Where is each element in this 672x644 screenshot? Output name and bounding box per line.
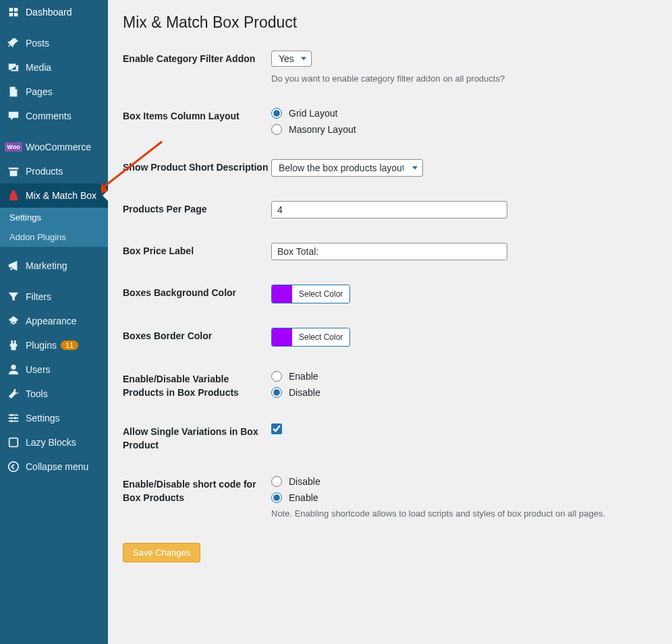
settings-icon xyxy=(7,411,20,425)
border-color-picker[interactable]: Select Color xyxy=(271,328,350,347)
border-color-btn-label: Select Color xyxy=(292,328,349,346)
shortcode-disable-radio[interactable] xyxy=(271,476,282,487)
appearance-icon xyxy=(7,314,20,328)
sidebar-item-settings[interactable]: Settings xyxy=(0,406,108,430)
tools-icon xyxy=(7,387,20,401)
variable-enable-label: Enable xyxy=(289,371,318,382)
sidebar-item-label: Mix & Match Box xyxy=(26,190,96,201)
main-content: Mix & Match Box Product Enable Category … xyxy=(108,0,672,644)
price-label-input[interactable] xyxy=(271,243,507,260)
svg-rect-3 xyxy=(9,421,18,422)
plugin-icon xyxy=(7,339,20,352)
save-button[interactable]: Save Changes xyxy=(123,543,200,562)
bg-color-swatch xyxy=(272,285,292,303)
variable-disable-label: Disable xyxy=(289,387,320,398)
sidebar-sub-settings[interactable]: Settings xyxy=(0,208,108,227)
products-icon xyxy=(7,165,20,178)
shortcode-disable-label: Disable xyxy=(289,476,320,487)
sidebar-item-plugins[interactable]: Plugins 11 xyxy=(0,333,108,357)
filter-icon xyxy=(7,290,20,303)
label-bg-color: Boxes Background Color xyxy=(123,285,271,300)
variable-disable-radio[interactable] xyxy=(271,387,282,398)
svg-point-5 xyxy=(14,417,17,419)
sidebar-item-collapse[interactable]: Collapse menu xyxy=(0,455,108,479)
page-icon xyxy=(7,85,20,98)
layout-grid-radio[interactable] xyxy=(271,108,282,119)
svg-point-4 xyxy=(11,414,13,417)
label-border-color: Boxes Border Color xyxy=(123,328,271,343)
sidebar-item-media[interactable]: Media xyxy=(0,55,108,80)
lazy-icon xyxy=(7,436,20,449)
comment-icon xyxy=(7,109,20,123)
sidebar-item-tools[interactable]: Tools xyxy=(0,382,108,406)
sidebar-item-label: Appearance xyxy=(26,316,77,326)
svg-point-0 xyxy=(11,365,16,370)
sidebar-item-products[interactable]: Products xyxy=(0,159,108,183)
media-icon xyxy=(7,61,20,74)
sidebar-item-woocommerce[interactable]: Woo WooCommerce xyxy=(0,135,108,159)
sidebar-item-label: Products xyxy=(26,166,63,177)
bg-color-btn-label: Select Color xyxy=(292,285,349,303)
layout-masonry-radio[interactable] xyxy=(271,124,282,135)
sidebar-item-label: WooCommerce xyxy=(26,142,91,152)
svg-point-8 xyxy=(9,462,18,471)
sidebar-item-label: Marketing xyxy=(26,260,67,271)
bag-icon xyxy=(7,189,20,202)
page-title: Mix & Match Box Product xyxy=(123,13,657,32)
sidebar-item-filters[interactable]: Filters xyxy=(0,285,108,309)
sidebar-item-posts[interactable]: Posts xyxy=(0,31,108,55)
collapse-icon xyxy=(7,460,20,473)
label-variable: Enable/Disable Variable Products in Box … xyxy=(123,371,271,399)
bg-color-picker[interactable]: Select Color xyxy=(271,285,350,303)
sidebar-item-label: Posts xyxy=(26,38,49,49)
shortcode-enable-radio[interactable] xyxy=(271,492,282,503)
sidebar-item-users[interactable]: Users xyxy=(0,357,108,382)
woo-icon: Woo xyxy=(7,140,20,154)
admin-sidebar: Dashboard Posts Media Pages Comments Woo… xyxy=(0,0,108,644)
label-price: Box Price Label xyxy=(123,243,271,258)
sidebar-item-label: Media xyxy=(26,62,51,73)
sidebar-item-label: Collapse menu xyxy=(26,461,88,472)
sidebar-item-label: Settings xyxy=(26,413,60,423)
svg-rect-1 xyxy=(9,415,18,416)
sidebar-item-label: Comments xyxy=(26,111,72,121)
label-enable-cf: Enable Category Filter Addon xyxy=(123,51,271,66)
ppp-input[interactable] xyxy=(271,201,507,218)
label-short-desc: Show Product Short Description xyxy=(123,159,271,175)
single-var-checkbox[interactable] xyxy=(271,423,282,434)
sidebar-item-label: Pages xyxy=(26,86,53,97)
label-ppp: Products Per Page xyxy=(123,201,271,216)
marketing-icon xyxy=(7,259,20,272)
sidebar-item-pages[interactable]: Pages xyxy=(0,80,108,104)
layout-grid-label: Grid Layout xyxy=(289,108,337,119)
sidebar-item-mixmatch[interactable]: Mix & Match Box xyxy=(0,183,108,208)
sidebar-item-dashboard[interactable]: Dashboard xyxy=(0,0,108,24)
label-single-var: Allow Single Variations in Box Product xyxy=(123,423,271,452)
sidebar-item-label: Lazy Blocks xyxy=(26,437,76,448)
sidebar-item-comments[interactable]: Comments xyxy=(0,104,108,128)
sidebar-item-label: Tools xyxy=(26,388,48,399)
border-color-swatch xyxy=(272,328,292,346)
pin-icon xyxy=(7,36,20,50)
variable-enable-radio[interactable] xyxy=(271,371,282,382)
short-desc-select[interactable]: Below the box products layout xyxy=(271,159,423,177)
users-icon xyxy=(7,363,20,376)
sidebar-item-label: Filters xyxy=(26,291,51,302)
sidebar-sub-addon[interactable]: Addon Plugins xyxy=(0,227,108,247)
svg-rect-2 xyxy=(9,417,18,419)
sidebar-item-label: Users xyxy=(26,364,51,375)
svg-point-6 xyxy=(11,420,13,423)
enable-cf-select[interactable]: Yes xyxy=(271,51,312,67)
shortcode-enable-label: Enable xyxy=(289,492,318,503)
dashboard-icon xyxy=(7,5,20,19)
sidebar-item-marketing[interactable]: Marketing xyxy=(0,254,108,278)
svg-rect-7 xyxy=(9,438,18,447)
label-shortcode: Enable/Disable short code for Box Produc… xyxy=(123,476,271,504)
sidebar-item-appearance[interactable]: Appearance xyxy=(0,309,108,333)
label-layout: Box Items Column Layout xyxy=(123,108,271,123)
sidebar-item-label: Plugins xyxy=(26,340,57,351)
plugins-badge: 11 xyxy=(61,341,78,350)
sidebar-item-label: Dashboard xyxy=(26,7,72,18)
enable-cf-desc: Do you want to enable category filter ad… xyxy=(271,74,657,84)
sidebar-item-lazyblocks[interactable]: Lazy Blocks xyxy=(0,430,108,455)
